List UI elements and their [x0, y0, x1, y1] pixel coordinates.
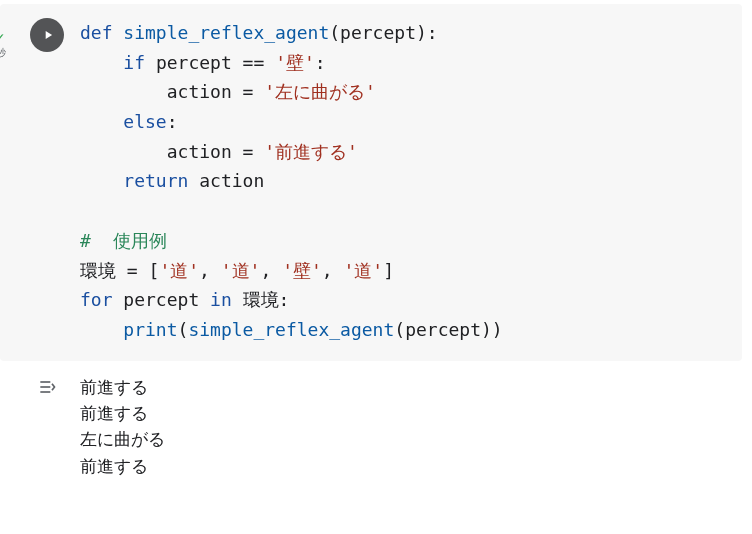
- code-var: 環境: [243, 289, 279, 310]
- run-button-column: [24, 12, 70, 52]
- output-line: 前進する: [80, 404, 148, 423]
- output-line: 前進する: [80, 378, 148, 397]
- run-cell-button[interactable]: [30, 18, 64, 52]
- code-var: action: [167, 141, 232, 162]
- code-punct: ): [481, 319, 492, 340]
- code-var: action: [199, 170, 264, 191]
- code-builtin: print: [123, 319, 177, 340]
- code-op: =: [243, 81, 254, 102]
- output-line: 左に曲がる: [80, 430, 165, 449]
- code-keyword: if: [123, 52, 145, 73]
- code-punct: (: [178, 319, 189, 340]
- output-line: 前進する: [80, 457, 148, 476]
- code-function-call: simple_reflex_agent: [188, 319, 394, 340]
- code-punct: :: [427, 22, 438, 43]
- code-punct: (: [329, 22, 340, 43]
- code-punct: ,: [260, 260, 271, 281]
- code-string: '前進する': [264, 141, 358, 162]
- code-keyword: else: [123, 111, 166, 132]
- code-string: '壁': [282, 260, 322, 281]
- code-cell-row: ✓ 秒 def simple_reflex_agent(percept): if…: [0, 4, 742, 361]
- code-punct: ]: [383, 260, 394, 281]
- code-keyword: return: [123, 170, 188, 191]
- code-var: percept: [405, 319, 481, 340]
- code-punct: ): [492, 319, 503, 340]
- code-keyword: for: [80, 289, 113, 310]
- code-op: =: [127, 260, 138, 281]
- code-punct: ,: [322, 260, 333, 281]
- code-string: '壁': [275, 52, 315, 73]
- code-editor[interactable]: def simple_reflex_agent(percept): if per…: [70, 12, 742, 345]
- code-punct: :: [167, 111, 178, 132]
- code-punct: (: [394, 319, 405, 340]
- code-var: percept: [156, 52, 232, 73]
- output-toggle-icon[interactable]: [37, 377, 57, 397]
- code-string: '道': [159, 260, 199, 281]
- code-function-name: simple_reflex_agent: [123, 22, 329, 43]
- code-op: =: [243, 141, 254, 162]
- code-punct: [: [149, 260, 160, 281]
- cell-output: 前進する 前進する 左に曲がる 前進する: [70, 375, 742, 480]
- code-punct: :: [315, 52, 326, 73]
- code-string: '道': [221, 260, 261, 281]
- code-comment: # 使用例: [80, 230, 167, 251]
- code-op: ==: [243, 52, 265, 73]
- code-string: '左に曲がる': [264, 81, 376, 102]
- success-check-icon: ✓: [0, 30, 6, 46]
- code-var: 環境: [80, 260, 116, 281]
- code-keyword: def: [80, 22, 113, 43]
- play-icon: [41, 28, 55, 42]
- execution-seconds-label: 秒: [0, 46, 6, 60]
- code-var: action: [167, 81, 232, 102]
- code-punct: ,: [199, 260, 210, 281]
- output-row: 前進する 前進する 左に曲がる 前進する: [0, 361, 742, 486]
- code-var: percept: [123, 289, 199, 310]
- code-keyword: in: [210, 289, 232, 310]
- notebook-cell: ✓ 秒 def simple_reflex_agent(percept): if…: [0, 0, 752, 534]
- code-param: percept: [340, 22, 416, 43]
- code-punct: ): [416, 22, 427, 43]
- output-icon-column: [24, 375, 70, 397]
- code-string: '道': [344, 260, 384, 281]
- code-punct: :: [279, 289, 290, 310]
